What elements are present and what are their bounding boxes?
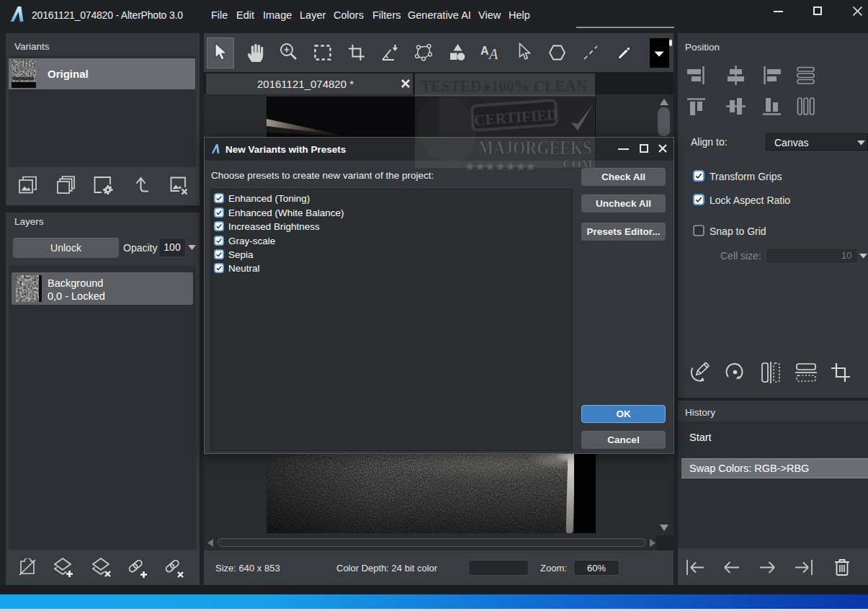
- svg-text:A: A: [488, 46, 498, 62]
- svg-text:A: A: [480, 45, 489, 57]
